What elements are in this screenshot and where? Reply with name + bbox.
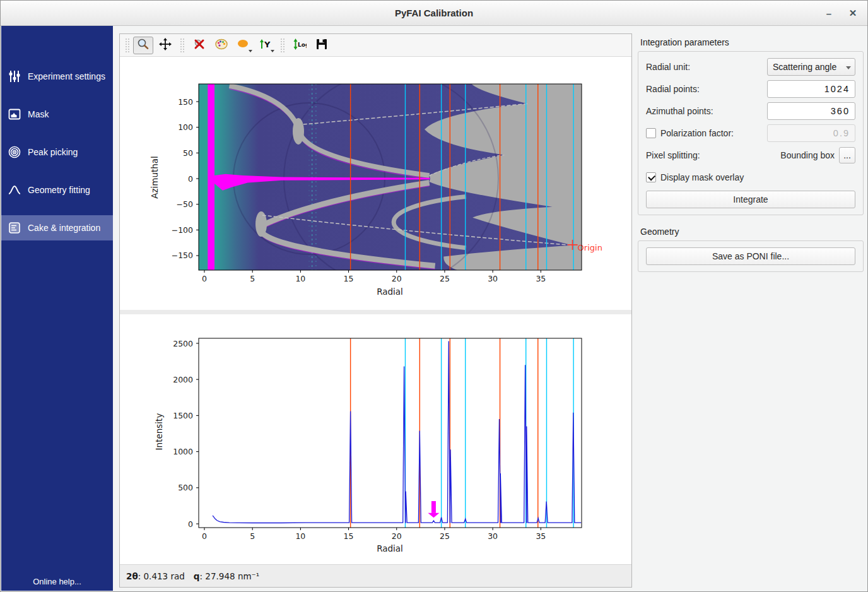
y-tick-label: 0	[188, 519, 193, 529]
sidebar-nav: Experiment settingsMaskPeak pickingGeome…	[1, 26, 113, 240]
geometry-fitting-icon	[8, 183, 21, 197]
chevron-down-icon	[271, 50, 274, 52]
y-axis-label: Intensity	[154, 413, 164, 451]
right-panel: Integration parameters Radial unit: Scat…	[636, 33, 865, 272]
window-title: PyFAI Calibration	[1, 8, 867, 18]
x-tick-label: 20	[392, 531, 402, 541]
toolbar-log-scale-button[interactable]: Log	[290, 37, 310, 54]
x-tick-label: 35	[536, 274, 546, 283]
display-mask-overlay-checkbox[interactable]	[646, 172, 656, 182]
x-axis-label: Radial	[377, 543, 403, 554]
sidebar-item-mask[interactable]: Mask	[1, 102, 113, 127]
x-axis-label: Radial	[377, 287, 403, 297]
integration-plot[interactable]: 0510152025303505001000150020002500Radial…	[120, 313, 632, 565]
svg-text:Y: Y	[264, 40, 271, 49]
pan-icon	[158, 37, 172, 53]
display-mask-overlay-label: Display mask overlay	[660, 172, 744, 182]
azimuthal-points-label: Azimuthal points:	[646, 106, 713, 116]
x-tick-label: 10	[295, 531, 305, 541]
toolbar-pan-button[interactable]	[155, 37, 175, 54]
y-tick-label: 100	[178, 122, 193, 132]
statusbar: 2θ: 0.413 rad q: 27.948 nm⁻¹	[120, 564, 631, 587]
sidebar-item-label: Geometry fitting	[28, 185, 90, 195]
radial-points-label: Radial points:	[646, 84, 700, 94]
x-tick-label: 5	[250, 274, 255, 283]
y-tick-label: −100	[172, 225, 193, 235]
integration-parameters-title: Integration parameters	[640, 37, 865, 47]
plot-toolbar: YLog	[120, 34, 631, 57]
integration-parameters-group: Radial unit: Scattering angle 2θ Radial …	[638, 51, 864, 215]
x-tick-label: 20	[392, 274, 402, 283]
radial-unit-label: Radial unit:	[646, 62, 690, 72]
sidebar: Experiment settingsMaskPeak pickingGeome…	[1, 26, 113, 591]
x-tick-label: 0	[202, 274, 207, 283]
sidebar-item-experiment-settings[interactable]: Experiment settings	[1, 64, 113, 89]
cake-integration-icon	[8, 221, 21, 235]
integrate-button[interactable]: Integrate	[646, 191, 855, 208]
x-tick-label: 10	[295, 274, 305, 283]
y-tick-label: 1000	[173, 447, 193, 456]
toolbar-clear-selection-button[interactable]	[189, 37, 209, 54]
minimize-icon: –	[826, 8, 831, 19]
sidebar-item-label: Cake & integration	[28, 223, 100, 233]
mask-icon	[8, 107, 21, 121]
peak-picking-icon	[8, 145, 21, 159]
x-tick-label: 25	[440, 531, 450, 541]
y-tick-label: 2500	[173, 339, 193, 348]
toolbar-y-axis-button[interactable]: Y	[255, 37, 276, 54]
minimize-button[interactable]: –	[821, 5, 837, 21]
palette-icon	[214, 37, 228, 53]
toolbar-separator	[281, 38, 284, 52]
clear-icon	[192, 37, 206, 53]
pixel-splitting-label: Pixel splitting:	[646, 150, 700, 160]
geometry-group: Save as PONI file...	[638, 240, 864, 272]
cake-plot[interactable]: 05101520253035150100500−50−100−150Radial…	[120, 59, 632, 312]
x-tick-label: 30	[488, 274, 498, 283]
sliders-icon	[8, 69, 21, 83]
polarization-label: Polarization factor:	[660, 128, 734, 138]
sidebar-item-cake-integration[interactable]: Cake & integration	[1, 215, 113, 240]
geometry-title: Geometry	[640, 227, 865, 237]
x-tick-label: 30	[488, 531, 498, 541]
toolbar-drag-handle[interactable]	[126, 38, 129, 52]
sidebar-item-label: Experiment settings	[28, 71, 105, 81]
x-tick-label: 35	[536, 531, 546, 541]
sidebar-item-label: Peak picking	[28, 147, 78, 157]
x-tick-label: 5	[250, 531, 255, 541]
radial-points-input[interactable]	[767, 80, 855, 98]
plots-area: 05101520253035150100500−50−100−150Radial…	[120, 57, 631, 564]
toolbar-mask-display-button[interactable]	[233, 37, 254, 54]
save-icon	[315, 37, 329, 53]
y-tick-label: 50	[183, 148, 193, 158]
chevron-down-icon	[846, 66, 851, 69]
y-tick-label: 1500	[173, 411, 193, 420]
x-tick-label: 15	[344, 531, 354, 541]
save-poni-button[interactable]: Save as PONI file...	[646, 247, 855, 265]
sidebar-item-peak-picking[interactable]: Peak picking	[1, 139, 113, 165]
y-tick-label: 0	[188, 174, 193, 184]
toolbar-save-button[interactable]	[312, 37, 332, 54]
pixel-splitting-more-button[interactable]: ...	[839, 147, 855, 163]
close-icon: ✕	[849, 8, 857, 19]
y-tick-label: 150	[178, 97, 193, 107]
q-readout: q: 27.948 nm⁻¹	[194, 571, 259, 581]
x-tick-label: 0	[202, 531, 207, 541]
svg-text:Log: Log	[298, 42, 307, 48]
x-tick-label: 15	[344, 274, 354, 283]
online-help-link[interactable]: Online help...	[1, 577, 113, 586]
zoom-icon	[136, 37, 150, 53]
azimuthal-points-input[interactable]	[767, 102, 855, 120]
chevron-down-icon	[249, 50, 252, 52]
log-icon: Log	[293, 37, 307, 53]
tth-readout: 2θ: 0.413 rad	[126, 571, 185, 581]
toolbar-colormap-button[interactable]	[211, 37, 232, 54]
sidebar-item-geometry-fitting[interactable]: Geometry fitting	[1, 177, 113, 203]
toolbar-zoom-button[interactable]	[133, 37, 153, 54]
toolbar-separator	[180, 38, 184, 52]
close-button[interactable]: ✕	[845, 5, 861, 21]
radial-unit-select[interactable]: Scattering angle 2θ	[767, 58, 855, 76]
polarization-input[interactable]	[767, 124, 855, 142]
polarization-checkbox[interactable]	[646, 128, 656, 138]
titlebar: PyFAI Calibration – ✕	[1, 1, 867, 26]
sidebar-item-label: Mask	[28, 109, 49, 119]
